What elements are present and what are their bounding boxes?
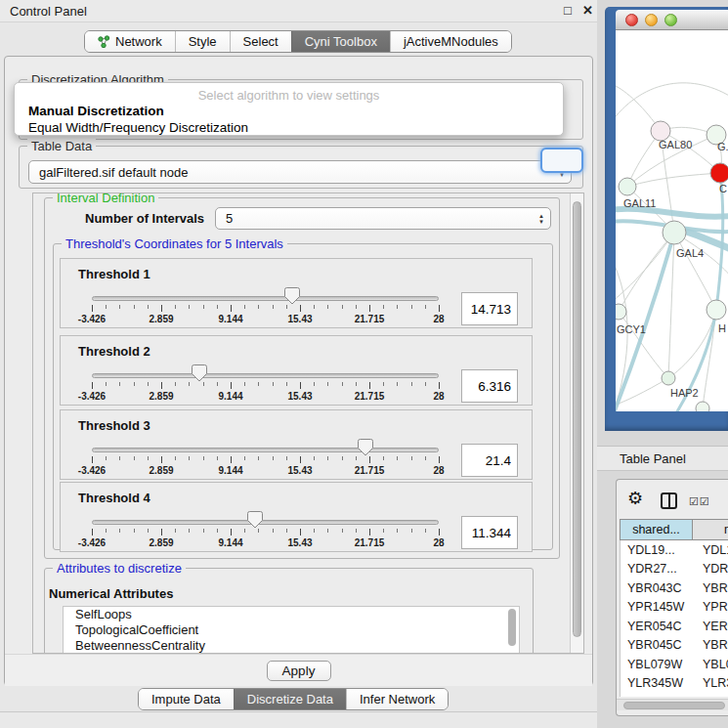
- algorithm-select-fragment[interactable]: [540, 148, 583, 173]
- close-icon[interactable]: ✕: [582, 3, 593, 18]
- tick-mark: [203, 305, 204, 309]
- table-row[interactable]: YBR043CYBR0: [621, 578, 728, 598]
- settings-vertical-scrollbar[interactable]: [570, 193, 583, 653]
- tick-mark: [397, 529, 398, 533]
- threshold-value-field[interactable]: [461, 369, 518, 403]
- tab-network[interactable]: Network: [85, 31, 175, 52]
- minimize-traffic-light-icon[interactable]: [645, 14, 658, 26]
- scrollbar-thumb[interactable]: [573, 201, 581, 637]
- float-icon[interactable]: □: [564, 3, 572, 18]
- tab-infer-network[interactable]: Infer Network: [346, 689, 448, 709]
- scrollbar-thumb[interactable]: [623, 702, 725, 709]
- table-data-select[interactable]: galFiltered.sif default node ▲▼: [28, 160, 572, 184]
- tick-label: 21.715: [355, 537, 385, 548]
- apply-row: Apply: [5, 654, 592, 686]
- slider-track[interactable]: [92, 520, 439, 525]
- attribute-item-topologicalcoefficient[interactable]: TopologicalCoefficient: [64, 622, 519, 638]
- tick-mark: [369, 456, 370, 463]
- tick-mark: [148, 382, 149, 386]
- network-node-b1[interactable]: [696, 402, 709, 411]
- tick-mark: [92, 382, 93, 389]
- tick-mark: [439, 456, 440, 463]
- tab-style[interactable]: Style: [175, 31, 230, 52]
- tick-mark: [134, 305, 135, 309]
- slider-tick-labels: -3.4262.8599.14415.4321.71528: [92, 465, 439, 477]
- checkbox-icons[interactable]: ☑☑: [689, 495, 710, 508]
- table-row[interactable]: YPR145WYPR1: [621, 598, 728, 618]
- tick-mark: [300, 529, 301, 535]
- table-row[interactable]: YER054CYER0: [621, 617, 728, 636]
- threshold-value-field[interactable]: [461, 516, 518, 549]
- zoom-traffic-light-icon[interactable]: [664, 14, 677, 26]
- tick-label: 15.43: [287, 391, 312, 402]
- slider-track[interactable]: [92, 296, 439, 301]
- gear-icon[interactable]: ⚙: [627, 488, 643, 509]
- cell-name: YBR0: [697, 581, 728, 595]
- table-row[interactable]: YIL052CYIL0: [621, 693, 728, 697]
- tab-impute-data[interactable]: Impute Data: [139, 689, 234, 709]
- tick-label: 28: [433, 537, 444, 548]
- threshold-box-3: Threshold 3-3.4262.8599.14415.4321.71528: [60, 409, 533, 480]
- slider-track[interactable]: [92, 448, 439, 452]
- table-row[interactable]: YDR27...YDR2: [621, 560, 728, 579]
- tick-mark: [356, 529, 357, 533]
- network-node-gal4[interactable]: [663, 221, 686, 244]
- tick-mark: [383, 529, 384, 533]
- algorithm-option-manual-discretization[interactable]: Manual Discretization: [15, 103, 563, 119]
- threshold-value-field[interactable]: [461, 444, 518, 477]
- attributes-list-scrollbar[interactable]: [507, 609, 518, 654]
- tab-cyni-toolbox[interactable]: Cyni Toolbox: [291, 31, 390, 52]
- slider-handle[interactable]: [247, 511, 263, 529]
- algorithm-option-equal-width-frequency-discretization[interactable]: Equal Width/Frequency Discretization: [15, 119, 563, 136]
- numerical-attributes-list[interactable]: SelfLoopsTopologicalCoefficientBetweenne…: [63, 606, 520, 654]
- split-view-icon[interactable]: [661, 492, 677, 509]
- network-node-gcy1[interactable]: [616, 304, 626, 320]
- threshold-value-field[interactable]: [461, 292, 518, 325]
- network-node-h[interactable]: [707, 300, 726, 320]
- tick-mark: [439, 382, 440, 389]
- tick-mark: [203, 529, 204, 533]
- node-label-gal80: GAL80: [659, 139, 692, 150]
- slider-handle[interactable]: [284, 287, 300, 305]
- tick-mark: [231, 305, 232, 312]
- number-of-intervals-select[interactable]: 5 ▲▼: [215, 207, 551, 230]
- network-canvas[interactable]: GAL80G.CGAL11GAL4GCY1HHAP2: [616, 30, 728, 411]
- network-node-red[interactable]: [710, 163, 728, 183]
- column-header-shared-name[interactable]: shared...: [620, 519, 693, 540]
- table-row[interactable]: YDL19...YDL1: [621, 540, 728, 560]
- table-horizontal-scrollbar[interactable]: [617, 699, 728, 710]
- tick-mark: [383, 382, 384, 386]
- column-header-name[interactable]: n: [693, 519, 728, 540]
- network-view-window: GAL80G.CGAL11GAL4GCY1HHAP2: [605, 7, 728, 431]
- slider-handle[interactable]: [358, 439, 373, 456]
- apply-button[interactable]: Apply: [267, 661, 331, 681]
- network-node-gal80[interactable]: [651, 121, 670, 141]
- algorithm-dropdown-popup: Select algorithm to view settings Manual…: [14, 82, 564, 136]
- tick-mark: [425, 382, 426, 386]
- tab-discretize-data[interactable]: Discretize Data: [234, 689, 346, 709]
- scrollbar-thumb[interactable]: [508, 609, 516, 646]
- table-row[interactable]: YLR345WYLR3: [621, 674, 728, 694]
- tab-jactivemnodules[interactable]: jActiveMNodules: [390, 31, 511, 52]
- tick-mark: [134, 456, 135, 460]
- number-of-intervals-label: Number of Intervals: [85, 211, 204, 226]
- tick-label: 15.43: [287, 314, 312, 324]
- attribute-item-betweennesscentrality[interactable]: BetweennessCentrality: [64, 638, 519, 654]
- network-node-gal11[interactable]: [619, 178, 636, 195]
- slider-track[interactable]: [92, 373, 439, 378]
- slider-tick-labels: -3.4262.8599.14415.4321.71528: [92, 391, 439, 403]
- tick-mark: [217, 382, 218, 386]
- slider-handle[interactable]: [192, 364, 207, 382]
- table-row[interactable]: YBR045CYBR0: [621, 636, 728, 656]
- tab-select[interactable]: Select: [230, 31, 291, 52]
- tick-label: 2.859: [149, 465, 173, 476]
- attribute-item-selfloops[interactable]: SelfLoops: [64, 607, 519, 622]
- control-panel-window: Control Panel □ ✕ NetworkStyleSelectCyni…: [0, 0, 597, 728]
- network-node-hap2[interactable]: [662, 371, 675, 385]
- tick-mark: [203, 382, 204, 386]
- close-traffic-light-icon[interactable]: [625, 14, 638, 26]
- tick-mark: [189, 529, 190, 533]
- attributes-group-title: Attributes to discretize: [53, 561, 186, 576]
- table-row[interactable]: YBL079WYBL0: [621, 655, 728, 674]
- tick-mark: [286, 456, 287, 460]
